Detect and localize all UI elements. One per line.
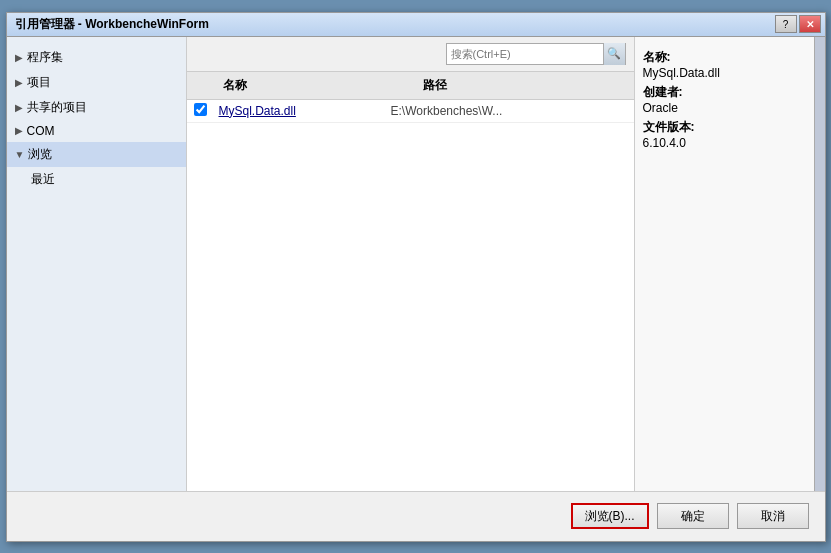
projects-arrow-icon: ▶ — [15, 77, 23, 88]
side-strip — [814, 37, 825, 491]
table-header: 名称 路径 — [187, 72, 634, 100]
search-input[interactable] — [447, 48, 603, 60]
sidebar-item-projects[interactable]: ▶项目 — [7, 70, 186, 95]
com-arrow-icon: ▶ — [15, 125, 23, 136]
main-window: 引用管理器 - WorkbencheWinForm ? ✕ ▶程序集▶项目▶共享… — [6, 12, 826, 542]
name-header: 名称 — [215, 75, 415, 96]
search-bar: 🔍 — [187, 37, 634, 72]
sidebar-item-label: 最近 — [31, 171, 55, 188]
sidebar-item-com[interactable]: ▶COM — [7, 120, 186, 142]
name-value: MySql.Data.dll — [643, 66, 806, 80]
path-header: 路径 — [415, 75, 634, 96]
name-label: 名称: — [643, 49, 806, 66]
main-panel: 🔍 名称 路径 MySql.Data.dll E:\Workbenches\W.… — [187, 37, 634, 491]
version-value: 6.10.4.0 — [643, 136, 806, 150]
file-table: 名称 路径 MySql.Data.dll E:\Workbenches\W... — [187, 72, 634, 491]
title-bar: 引用管理器 - WorkbencheWinForm ? ✕ — [7, 13, 825, 37]
sidebar-item-label: COM — [27, 124, 55, 138]
browse-button[interactable]: 浏览(B)... — [571, 503, 649, 529]
sidebar-item-label: 项目 — [27, 74, 51, 91]
assemblies-arrow-icon: ▶ — [15, 52, 23, 63]
browse-arrow-icon: ▼ — [15, 149, 25, 160]
row-path: E:\Workbenches\W... — [387, 104, 634, 118]
row-name[interactable]: MySql.Data.dll — [215, 104, 387, 118]
title-bar-buttons: ? ✕ — [775, 15, 821, 33]
creator-label: 创建者: — [643, 84, 806, 101]
sidebar-item-assemblies[interactable]: ▶程序集 — [7, 45, 186, 70]
sidebar-item-label: 程序集 — [27, 49, 63, 66]
ok-button[interactable]: 确定 — [657, 503, 729, 529]
close-button[interactable]: ✕ — [799, 15, 821, 33]
sidebar-item-recent[interactable]: 最近 — [7, 167, 186, 192]
cancel-button[interactable]: 取消 — [737, 503, 809, 529]
version-label: 文件版本: — [643, 119, 806, 136]
creator-value: Oracle — [643, 101, 806, 115]
sidebar-item-label: 浏览 — [28, 146, 52, 163]
help-button[interactable]: ? — [775, 15, 797, 33]
right-panel: 名称: MySql.Data.dll 创建者: Oracle 文件版本: 6.1… — [634, 37, 814, 491]
bottom-bar: 浏览(B)... 确定 取消 — [7, 491, 825, 541]
sidebar-item-shared[interactable]: ▶共享的项目 — [7, 95, 186, 120]
sidebar-item-browse[interactable]: ▼浏览 — [7, 142, 186, 167]
window-title: 引用管理器 - WorkbencheWinForm — [15, 16, 209, 33]
shared-arrow-icon: ▶ — [15, 102, 23, 113]
search-icon[interactable]: 🔍 — [603, 43, 625, 65]
row-checkbox[interactable] — [194, 103, 207, 116]
sidebar-item-label: 共享的项目 — [27, 99, 87, 116]
checkbox-header — [187, 75, 215, 96]
row-checkbox-cell — [187, 103, 215, 119]
search-wrapper: 🔍 — [446, 43, 626, 65]
content-area: ▶程序集▶项目▶共享的项目▶COM▼浏览最近 🔍 名称 路径 — [7, 37, 825, 491]
left-panel: ▶程序集▶项目▶共享的项目▶COM▼浏览最近 — [7, 37, 187, 491]
table-row: MySql.Data.dll E:\Workbenches\W... — [187, 100, 634, 123]
